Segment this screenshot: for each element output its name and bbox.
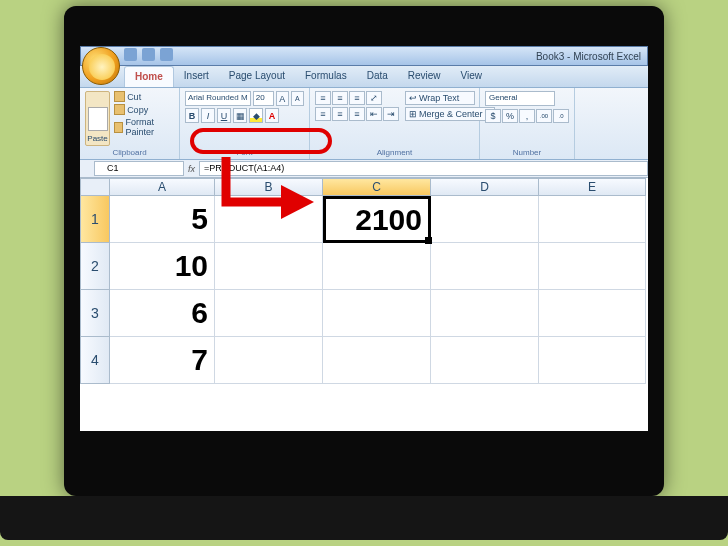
- cell-D1[interactable]: [431, 196, 539, 243]
- qat-redo-icon[interactable]: [160, 48, 173, 61]
- brush-icon: [114, 122, 123, 133]
- border-button[interactable]: ▦: [233, 108, 247, 123]
- cell-E1[interactable]: [539, 196, 646, 243]
- bold-button[interactable]: B: [185, 108, 199, 123]
- ribbon-group-alignment: ≡ ≡ ≡ ⤢ ≡ ≡ ≡ ⇤ ⇥: [310, 88, 480, 159]
- font-color-button[interactable]: A: [265, 108, 279, 123]
- font-name-dropdown[interactable]: Arial Rounded M: [185, 91, 251, 106]
- row-header[interactable]: 1: [80, 196, 110, 243]
- align-center-button[interactable]: ≡: [332, 107, 348, 121]
- cell-D2[interactable]: [431, 243, 539, 290]
- cell-B4[interactable]: [215, 337, 323, 384]
- number-format-dropdown[interactable]: General: [485, 91, 555, 106]
- row-header[interactable]: 3: [80, 290, 110, 337]
- group-label: Clipboard: [80, 148, 179, 157]
- group-label: Number: [480, 148, 574, 157]
- hinge: [184, 520, 198, 534]
- shrink-font-button[interactable]: A: [291, 91, 304, 106]
- tab-review[interactable]: Review: [398, 66, 451, 87]
- wrap-text-button[interactable]: ↩Wrap Text: [405, 91, 475, 105]
- cell-E4[interactable]: [539, 337, 646, 384]
- hinge: [530, 520, 544, 534]
- tab-view[interactable]: View: [451, 66, 493, 87]
- group-label: Alignment: [310, 148, 479, 157]
- cell-A4[interactable]: 7: [110, 337, 215, 384]
- merge-icon: ⊞: [409, 109, 417, 119]
- decrease-indent-button[interactable]: ⇤: [366, 107, 382, 121]
- cell-C3[interactable]: [323, 290, 431, 337]
- cell-C4[interactable]: [323, 337, 431, 384]
- comma-button[interactable]: ,: [519, 109, 535, 123]
- laptop-frame: Book3 - Microsoft Excel HomeInsertPage L…: [64, 6, 664, 496]
- ribbon-group-font: Arial Rounded M 20 A A B I U ▦ ◆ A Font: [180, 88, 310, 159]
- cell-B1[interactable]: [215, 196, 323, 243]
- formula-bar-row: C1 fx =PRODUCT(A1:A4): [80, 160, 648, 178]
- cell-B2[interactable]: [215, 243, 323, 290]
- align-left-button[interactable]: ≡: [315, 107, 331, 121]
- row-header[interactable]: 4: [80, 337, 110, 384]
- cut-button[interactable]: Cut: [114, 91, 174, 102]
- ribbon-tabs: HomeInsertPage LayoutFormulasDataReviewV…: [80, 66, 648, 88]
- increase-decimal-button[interactable]: .00: [536, 109, 552, 123]
- fill-color-button[interactable]: ◆: [249, 108, 263, 123]
- column-header[interactable]: A: [110, 178, 215, 196]
- tab-page-layout[interactable]: Page Layout: [219, 66, 295, 87]
- cell-E2[interactable]: [539, 243, 646, 290]
- copy-icon: [114, 104, 125, 115]
- cell-D4[interactable]: [431, 337, 539, 384]
- font-size-dropdown[interactable]: 20: [253, 91, 274, 106]
- window-title: Book3 - Microsoft Excel: [536, 51, 641, 62]
- select-all-corner[interactable]: [80, 178, 110, 196]
- currency-button[interactable]: $: [485, 109, 501, 123]
- format-painter-button[interactable]: Format Painter: [114, 117, 174, 137]
- cell-B3[interactable]: [215, 290, 323, 337]
- group-label: Font: [180, 148, 309, 157]
- italic-button[interactable]: I: [201, 108, 215, 123]
- cell-A2[interactable]: 10: [110, 243, 215, 290]
- decrease-decimal-button[interactable]: .0: [553, 109, 569, 123]
- grow-font-button[interactable]: A: [276, 91, 289, 106]
- tab-home[interactable]: Home: [124, 66, 174, 87]
- column-header[interactable]: D: [431, 178, 539, 196]
- fx-icon[interactable]: fx: [188, 164, 195, 174]
- percent-button[interactable]: %: [502, 109, 518, 123]
- tab-formulas[interactable]: Formulas: [295, 66, 357, 87]
- ribbon-group-number: General $ % , .00 .0 Number: [480, 88, 575, 159]
- paste-button[interactable]: Paste: [85, 91, 110, 146]
- tab-data[interactable]: Data: [357, 66, 398, 87]
- cell-A3[interactable]: 6: [110, 290, 215, 337]
- hinge: [357, 520, 371, 534]
- name-box[interactable]: C1: [94, 161, 184, 176]
- ribbon-group-clipboard: Paste Cut Copy Format Painter Clipboard: [80, 88, 180, 159]
- tab-insert[interactable]: Insert: [174, 66, 219, 87]
- title-bar: Book3 - Microsoft Excel: [80, 46, 648, 66]
- office-button[interactable]: [82, 47, 120, 85]
- formula-bar[interactable]: =PRODUCT(A1:A4): [199, 161, 648, 176]
- align-bottom-button[interactable]: ≡: [349, 91, 365, 105]
- spreadsheet-grid: ABCDE 1521002103647: [80, 178, 648, 431]
- align-middle-button[interactable]: ≡: [332, 91, 348, 105]
- underline-button[interactable]: U: [217, 108, 231, 123]
- align-top-button[interactable]: ≡: [315, 91, 331, 105]
- excel-window: Book3 - Microsoft Excel HomeInsertPage L…: [80, 46, 648, 431]
- ribbon: Paste Cut Copy Format Painter Clipboard …: [80, 88, 648, 160]
- cell-C1[interactable]: 2100: [323, 196, 431, 243]
- cell-C2[interactable]: [323, 243, 431, 290]
- wrap-icon: ↩: [409, 93, 417, 103]
- scissors-icon: [114, 91, 125, 102]
- qat-save-icon[interactable]: [124, 48, 137, 61]
- cell-D3[interactable]: [431, 290, 539, 337]
- increase-indent-button[interactable]: ⇥: [383, 107, 399, 121]
- cell-A1[interactable]: 5: [110, 196, 215, 243]
- column-header[interactable]: C: [323, 178, 431, 196]
- cell-E3[interactable]: [539, 290, 646, 337]
- column-header[interactable]: E: [539, 178, 646, 196]
- align-right-button[interactable]: ≡: [349, 107, 365, 121]
- orientation-button[interactable]: ⤢: [366, 91, 382, 105]
- qat-undo-icon[interactable]: [142, 48, 155, 61]
- row-header[interactable]: 2: [80, 243, 110, 290]
- column-header[interactable]: B: [215, 178, 323, 196]
- copy-button[interactable]: Copy: [114, 104, 174, 115]
- quick-access-toolbar: [124, 48, 173, 61]
